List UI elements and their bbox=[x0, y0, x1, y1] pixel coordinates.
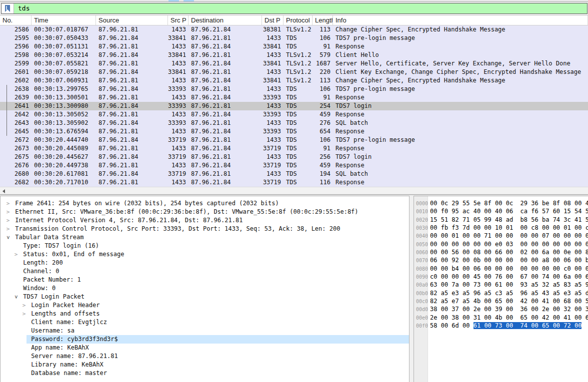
detail-line[interactable]: > Status: 0x01, End of message bbox=[0, 250, 409, 259]
packet-row[interactable]: 267500:30:20.44562787.96.21.843371987.96… bbox=[0, 153, 588, 161]
scroll-left-arrow[interactable] bbox=[0, 187, 8, 195]
column-header-info[interactable]: Info bbox=[333, 15, 588, 25]
packet-row[interactable]: 263900:30:13.30050187.96.21.81143387.96.… bbox=[0, 93, 588, 102]
column-header-dport[interactable]: Dst P bbox=[262, 15, 284, 25]
hex-bytes[interactable]: 82 a5 e7 a5 4b 00 65 00 42 00 41 00 68 0… bbox=[428, 298, 588, 305]
hex-row[interactable]: 00d038 00 37 00 2e 00 39 00 36 00 2e 00 … bbox=[414, 305, 588, 313]
detail-line[interactable]: Channel: 0 bbox=[0, 267, 409, 276]
hex-row[interactable]: 002015 51 82 71 05 99 48 ad b8 56 ba 74 … bbox=[414, 216, 588, 224]
detail-line[interactable]: > Transmission Control Protocol, Src Por… bbox=[0, 225, 409, 233]
detail-line[interactable]: > Ethernet II, Src: VMware_36:be:8f (00:… bbox=[0, 208, 409, 216]
column-header-src[interactable]: Source bbox=[96, 15, 168, 25]
detail-line[interactable]: Window: 0 bbox=[0, 284, 409, 293]
detail-line[interactable]: > Lengths and offsets bbox=[0, 310, 409, 318]
chevron-collapsed-icon[interactable]: > bbox=[12, 250, 20, 259]
hex-row[interactable]: 0090c0 00 00 00 45 00 76 00 67 00 74 00 … bbox=[414, 273, 588, 281]
packet-cell-len: 106 bbox=[312, 34, 333, 42]
detail-line[interactable]: Server name: 87.96.21.81 bbox=[0, 352, 409, 361]
hex-bytes[interactable]: 82 a5 e3 a5 96 a5 c3 a5 96 a5 43 a5 e3 a… bbox=[428, 290, 588, 297]
hex-row[interactable]: 007006 00 92 00 0b 00 00 00 00 00 a8 00 … bbox=[414, 256, 588, 264]
hex-row[interactable]: 00e02e 00 38 00 31 00 4b 00 65 00 42 00 … bbox=[414, 314, 588, 322]
packet-row[interactable]: 259500:30:07.05043387.96.21.843384187.96… bbox=[0, 34, 588, 42]
chevron-expanded-icon[interactable]: > bbox=[12, 294, 20, 301]
detail-hex-splitter[interactable] bbox=[410, 196, 414, 382]
detail-line[interactable]: > TDS7 Login Packet bbox=[0, 293, 409, 301]
hex-bytes[interactable]: 00 fb f3 7d 00 00 10 01 00 c8 00 00 01 0… bbox=[428, 224, 588, 231]
detail-line[interactable]: > Frame 2641: 254 bytes on wire (2032 bi… bbox=[0, 199, 409, 208]
packet-row[interactable]: 260200:30:07.06093187.96.21.81143387.96.… bbox=[0, 76, 588, 85]
packet-row[interactable]: 264200:30:13.30505287.96.21.81143387.96.… bbox=[0, 110, 588, 119]
hex-bytes[interactable]: c0 00 00 00 45 00 76 00 67 00 74 00 6a 0… bbox=[428, 273, 588, 280]
packet-row[interactable]: 267300:30:20.44508987.96.21.81143387.96.… bbox=[0, 144, 588, 153]
packet-row[interactable]: 267200:30:20.44474087.96.21.843371987.96… bbox=[0, 136, 588, 144]
hex-bytes[interactable]: 00 00 56 00 08 00 66 00 02 00 6a 00 0e 0… bbox=[428, 249, 588, 256]
hex-selected-bytes[interactable]: 61 00 73 00 74 00 65 00 72 00 bbox=[474, 322, 582, 329]
hex-bytes[interactable]: 00 00 00 00 00 00 e0 03 00 00 00 00 00 0… bbox=[428, 241, 588, 248]
hex-bytes[interactable]: 15 51 82 71 05 99 48 ad b8 56 ba 74 3c 4… bbox=[428, 216, 588, 223]
packet-row[interactable]: 258600:30:07.01876787.96.21.81143387.96.… bbox=[0, 25, 588, 34]
packet-row[interactable]: 267600:30:20.44973887.96.21.81143387.96.… bbox=[0, 161, 588, 170]
hex-row[interactable]: 008000 00 b4 00 06 00 00 00 00 00 00 00 … bbox=[414, 265, 588, 273]
detail-line[interactable]: Database name: master bbox=[0, 369, 409, 378]
detail-line[interactable]: > Login Packet Header bbox=[0, 301, 409, 310]
hex-bytes[interactable]: 63 00 7a 00 73 00 61 00 93 a5 32 a5 83 a… bbox=[428, 281, 588, 288]
column-header-len[interactable]: Length bbox=[312, 15, 333, 25]
hex-row[interactable]: 00b082 a5 e3 a5 96 a5 c3 a5 96 a5 43 a5 … bbox=[414, 289, 588, 297]
chevron-expanded-icon[interactable]: > bbox=[4, 234, 12, 241]
packet-row[interactable]: 268000:30:20.61708187.96.21.843371987.96… bbox=[0, 170, 588, 178]
hex-row[interactable]: 00c082 a5 e7 a5 4b 00 65 00 42 00 41 00 … bbox=[414, 297, 588, 305]
detail-line[interactable]: > Tabular Data Stream bbox=[0, 233, 409, 242]
packet-row[interactable]: 259900:30:07.05582187.96.21.81143387.96.… bbox=[0, 59, 588, 68]
hex-bytes[interactable]: 00 00 01 00 00 71 00 00 00 00 07 00 00 0… bbox=[428, 232, 588, 239]
chevron-collapsed-icon[interactable]: > bbox=[4, 208, 12, 216]
hex-bytes[interactable]: 00 00 b4 00 06 00 00 00 00 00 00 00 c0 0… bbox=[428, 265, 588, 272]
detail-line[interactable]: > Internet Protocol Version 4, Src: 87.9… bbox=[0, 216, 409, 225]
chevron-collapsed-icon[interactable]: > bbox=[20, 301, 28, 310]
hex-bytes[interactable]: 00 0c 29 55 5e 8f 00 0c 29 36 be 8f 08 0… bbox=[428, 200, 588, 207]
toolbar-button-remnant[interactable] bbox=[168, 0, 179, 1]
chevron-collapsed-icon[interactable]: > bbox=[4, 199, 12, 208]
hex-bytes[interactable]: 38 00 37 00 2e 00 39 00 36 00 2e 00 32 0… bbox=[428, 306, 588, 313]
filter-bookmark-button[interactable] bbox=[2, 3, 14, 13]
packet-row[interactable]: 260100:30:07.05921887.96.21.843384187.96… bbox=[0, 68, 588, 76]
packet-row[interactable]: 264100:30:13.30098087.96.21.843339387.96… bbox=[0, 102, 588, 110]
hex-row[interactable]: 00a063 00 7a 00 73 00 61 00 93 a5 32 a5 … bbox=[414, 281, 588, 289]
hex-row[interactable]: 003000 fb f3 7d 00 00 10 01 00 c8 00 00 … bbox=[414, 224, 588, 232]
chevron-collapsed-icon[interactable]: > bbox=[4, 216, 12, 225]
hex-bytes[interactable]: 2e 00 38 00 31 00 4b 00 65 00 42 00 41 0… bbox=[428, 314, 588, 321]
detail-line[interactable]: Type: TDS7 login (16) bbox=[0, 242, 409, 250]
detail-line[interactable]: Password: cyb3rd3f3nd3r$ bbox=[0, 335, 409, 344]
hex-row[interactable]: 000000 0c 29 55 5e 8f 00 0c 29 36 be 8f … bbox=[414, 199, 588, 207]
hex-row[interactable]: 001000 f0 95 ac 40 00 40 06 ca f6 57 60 … bbox=[414, 207, 588, 215]
hex-row[interactable]: 00f058 00 6d 00 61 00 73 00 74 00 65 00 … bbox=[414, 322, 588, 330]
detail-line[interactable]: Packet Number: 1 bbox=[0, 276, 409, 284]
display-filter-input[interactable]: tds bbox=[14, 3, 587, 13]
hex-bytes[interactable]: 00 f0 95 ac 40 00 40 06 ca f6 57 60 15 5… bbox=[428, 208, 588, 215]
column-header-sport[interactable]: Src P bbox=[168, 15, 188, 25]
hex-bytes[interactable]: 06 00 92 00 0b 00 00 00 00 00 a8 00 06 0… bbox=[428, 257, 588, 264]
chevron-collapsed-icon[interactable]: > bbox=[20, 310, 28, 318]
hex-row[interactable]: 004000 00 01 00 00 71 00 00 00 00 07 00 … bbox=[414, 232, 588, 240]
toolbar-button-remnant[interactable] bbox=[184, 0, 194, 1]
detail-line[interactable]: Library name: KeBAhX bbox=[0, 361, 409, 369]
chevron-collapsed-icon[interactable]: > bbox=[4, 225, 12, 233]
hex-bytes[interactable]: 58 00 6d 00 61 00 73 00 74 00 65 00 72 0… bbox=[428, 322, 582, 329]
hex-row[interactable]: 005000 00 00 00 00 00 e0 03 00 00 00 00 … bbox=[414, 240, 588, 248]
packet-row[interactable]: 259800:30:07.05321487.96.21.843384187.96… bbox=[0, 51, 588, 59]
column-header-no[interactable]: No. bbox=[0, 15, 32, 25]
packet-list-horizontal-scrollbar[interactable] bbox=[0, 187, 588, 194]
column-header-time[interactable]: Time bbox=[32, 15, 96, 25]
packet-cell-len: 254 bbox=[312, 102, 333, 110]
detail-line[interactable]: Length: 200 bbox=[0, 259, 409, 267]
packet-row[interactable]: 264500:30:13.67659487.96.21.81143387.96.… bbox=[0, 127, 588, 136]
hex-row[interactable]: 006000 00 56 00 08 00 66 00 02 00 6a 00 … bbox=[414, 248, 588, 256]
packet-row[interactable]: 263800:30:13.29976587.96.21.843339387.96… bbox=[0, 85, 588, 93]
column-header-proto[interactable]: Protocol bbox=[284, 15, 312, 25]
column-header-dst[interactable]: Destination bbox=[188, 15, 262, 25]
packet-row[interactable]: 268200:30:20.71701087.96.21.81143387.96.… bbox=[0, 178, 588, 187]
detail-line[interactable]: App name: KeBAhX bbox=[0, 344, 409, 352]
packet-row[interactable]: 264300:30:13.30590287.96.21.843339387.96… bbox=[0, 119, 588, 127]
packet-row[interactable]: 259600:30:07.05113187.96.21.81143387.96.… bbox=[0, 42, 588, 51]
detail-line[interactable]: Username: sa bbox=[0, 327, 409, 335]
detail-line[interactable]: Client name: Evgtjlcz bbox=[0, 318, 409, 327]
